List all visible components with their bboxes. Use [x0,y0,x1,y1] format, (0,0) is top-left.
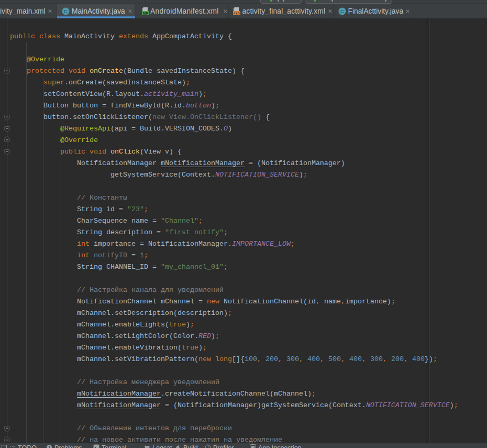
svg-text:C: C [340,8,344,14]
svg-text:C: C [64,8,68,14]
svg-text:MF: MF [143,11,149,15]
